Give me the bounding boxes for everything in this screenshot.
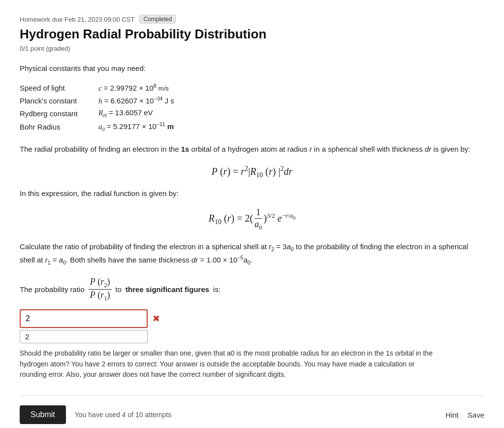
sig-figs-label: three significant figures (126, 285, 209, 294)
description-text1: The radial probability of finding an ele… (20, 143, 484, 155)
footer-divider (20, 395, 484, 395)
completed-badge: Completed (139, 15, 176, 24)
is-label: is: (213, 285, 220, 294)
constant-name-rh: Rydberg constant (20, 107, 98, 120)
prob-ratio-line: The probability ratio P (r2) P (r1) to t… (20, 277, 484, 302)
to-label: to (116, 285, 122, 294)
constant-name-a0: Bohr Radius (20, 120, 98, 133)
x-icon[interactable]: ✖ (153, 313, 160, 324)
error-text: Should the probability ratio be larger o… (20, 348, 443, 380)
suggestion-dropdown[interactable]: 2 (20, 330, 148, 343)
bottom-bar: Submit You have used 4 of 10 attempts Hi… (20, 405, 484, 424)
constant-value-rh: RH = 13.6057 eV (98, 107, 184, 120)
constant-name-c: Speed of light (20, 81, 98, 94)
header-meta: Homework due Feb 21, 2023 09:00 CST Comp… (20, 15, 484, 24)
constant-planck: Planck's constant h = 6.62607 × 10−34 J … (20, 94, 184, 107)
ratio-label: The probability ratio (20, 285, 85, 294)
attempts-text: You have used 4 of 10 attempts (75, 411, 171, 419)
due-date: Homework due Feb 21, 2023 09:00 CST (20, 16, 134, 23)
constant-name-h: Planck's constant (20, 94, 98, 107)
page-title: Hydrogen Radial Probability Distribution (20, 27, 484, 42)
expression-text: In this expression, the radial function … (20, 189, 484, 198)
constant-value-c: c = 2.99792 × 108 m/s (98, 81, 184, 94)
equation2-block: R10 (r) = 2(1a0)3/2 e−r/a0 (20, 207, 484, 231)
hint-link[interactable]: Hint (445, 411, 459, 419)
calc-text: Calculate the ratio of probability of fi… (20, 241, 484, 267)
answer-input[interactable] (20, 309, 148, 328)
constant-value-h: h = 6.62607 × 10−34 J s (98, 94, 184, 107)
constant-rydberg: Rydberg constant RH = 13.6057 eV (20, 107, 184, 120)
points-label: 0/1 point (graded) (20, 45, 484, 52)
constant-speed-of-light: Speed of light c = 2.99792 × 108 m/s (20, 81, 184, 94)
save-link[interactable]: Save (468, 411, 484, 419)
ratio-fraction: P (r2) P (r1) (89, 277, 112, 302)
constant-bohr: Bohr Radius a0 = 5.29177 × 10−11 m (20, 120, 184, 133)
answer-row: ✖ (20, 309, 484, 328)
equation1-block: P (r) = r2|R10 (r) |2dr (20, 165, 484, 179)
constants-table: Speed of light c = 2.99792 × 108 m/s Pla… (20, 81, 184, 133)
submit-button[interactable]: Submit (20, 405, 66, 424)
constants-intro: Physical constants that you may need: (20, 64, 484, 72)
constant-value-a0: a0 = 5.29177 × 10−11 m (98, 120, 184, 133)
